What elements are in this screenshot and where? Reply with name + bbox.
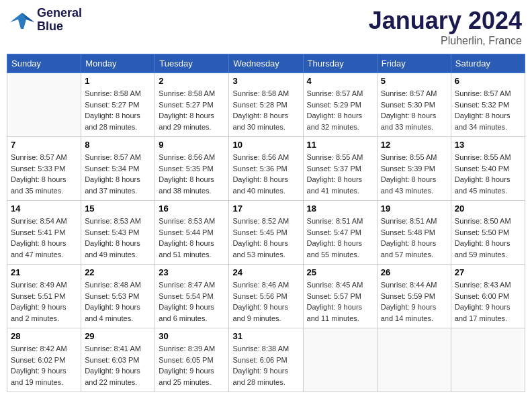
calendar-cell: 31Sunrise: 8:38 AMSunset: 6:06 PMDayligh… bbox=[229, 328, 303, 392]
calendar-week-row: 21Sunrise: 8:49 AMSunset: 5:51 PMDayligh… bbox=[7, 265, 525, 328]
day-info: Sunrise: 8:58 AMSunset: 5:28 PMDaylight:… bbox=[232, 88, 299, 132]
calendar-week-row: 7Sunrise: 8:57 AMSunset: 5:33 PMDaylight… bbox=[7, 137, 525, 201]
day-info: Sunrise: 8:57 AMSunset: 5:32 PMDaylight:… bbox=[455, 88, 521, 132]
day-number: 2 bbox=[159, 76, 225, 86]
calendar-cell: 16Sunrise: 8:53 AMSunset: 5:44 PMDayligh… bbox=[155, 201, 229, 265]
weekday-header: Thursday bbox=[303, 54, 377, 73]
calendar-cell: 28Sunrise: 8:42 AMSunset: 6:02 PMDayligh… bbox=[7, 328, 81, 392]
calendar-cell: 3Sunrise: 8:58 AMSunset: 5:28 PMDaylight… bbox=[229, 73, 303, 137]
calendar-cell: 15Sunrise: 8:53 AMSunset: 5:43 PMDayligh… bbox=[81, 201, 155, 265]
calendar-cell: 22Sunrise: 8:48 AMSunset: 5:53 PMDayligh… bbox=[81, 265, 155, 328]
calendar-cell: 8Sunrise: 8:57 AMSunset: 5:34 PMDaylight… bbox=[81, 137, 155, 201]
day-info: Sunrise: 8:55 AMSunset: 5:37 PMDaylight:… bbox=[307, 152, 373, 196]
calendar-cell bbox=[303, 328, 377, 392]
calendar-cell: 18Sunrise: 8:51 AMSunset: 5:47 PMDayligh… bbox=[303, 201, 377, 265]
day-number: 15 bbox=[85, 203, 151, 214]
day-number: 4 bbox=[307, 76, 373, 86]
day-number: 26 bbox=[381, 267, 447, 277]
day-number: 10 bbox=[232, 140, 299, 150]
day-info: Sunrise: 8:46 AMSunset: 5:56 PMDaylight:… bbox=[232, 279, 299, 324]
calendar-week-row: 28Sunrise: 8:42 AMSunset: 6:02 PMDayligh… bbox=[7, 328, 525, 392]
day-info: Sunrise: 8:50 AMSunset: 5:50 PMDaylight:… bbox=[455, 216, 521, 260]
day-number: 28 bbox=[11, 331, 77, 341]
day-number: 24 bbox=[232, 267, 299, 277]
calendar-cell: 23Sunrise: 8:47 AMSunset: 5:54 PMDayligh… bbox=[155, 265, 229, 328]
day-number: 27 bbox=[455, 267, 521, 277]
day-info: Sunrise: 8:47 AMSunset: 5:54 PMDaylight:… bbox=[159, 279, 225, 324]
day-info: Sunrise: 8:57 AMSunset: 5:29 PMDaylight:… bbox=[307, 88, 373, 132]
day-info: Sunrise: 8:53 AMSunset: 5:43 PMDaylight:… bbox=[85, 216, 151, 260]
weekday-header: Wednesday bbox=[229, 54, 303, 73]
location: Pluherlin, France bbox=[369, 35, 522, 47]
calendar-cell: 2Sunrise: 8:58 AMSunset: 5:27 PMDaylight… bbox=[155, 73, 229, 137]
calendar-cell: 17Sunrise: 8:52 AMSunset: 5:45 PMDayligh… bbox=[229, 201, 303, 265]
day-info: Sunrise: 8:54 AMSunset: 5:41 PMDaylight:… bbox=[11, 216, 77, 260]
calendar-cell: 12Sunrise: 8:55 AMSunset: 5:39 PMDayligh… bbox=[377, 137, 451, 201]
day-info: Sunrise: 8:58 AMSunset: 5:27 PMDaylight:… bbox=[85, 88, 151, 132]
day-number: 20 bbox=[455, 203, 521, 214]
day-number: 8 bbox=[85, 140, 151, 150]
day-info: Sunrise: 8:56 AMSunset: 5:36 PMDaylight:… bbox=[232, 152, 299, 196]
title-block: January 2024 Pluherlin, France bbox=[369, 7, 522, 47]
weekday-header: Saturday bbox=[451, 54, 525, 73]
calendar-cell: 20Sunrise: 8:50 AMSunset: 5:50 PMDayligh… bbox=[451, 201, 525, 265]
day-number: 22 bbox=[85, 267, 151, 277]
day-number: 30 bbox=[159, 331, 225, 341]
calendar-cell: 21Sunrise: 8:49 AMSunset: 5:51 PMDayligh… bbox=[7, 265, 81, 328]
month-title: January 2024 bbox=[369, 7, 522, 35]
day-info: Sunrise: 8:49 AMSunset: 5:51 PMDaylight:… bbox=[11, 279, 77, 324]
weekday-header: Sunday bbox=[7, 54, 81, 73]
calendar-table: SundayMondayTuesdayWednesdayThursdayFrid… bbox=[7, 54, 525, 392]
day-number: 18 bbox=[307, 203, 373, 214]
calendar-cell bbox=[377, 328, 451, 392]
day-info: Sunrise: 8:53 AMSunset: 5:44 PMDaylight:… bbox=[159, 216, 225, 260]
calendar-header-row: SundayMondayTuesdayWednesdayThursdayFrid… bbox=[7, 54, 525, 73]
calendar-cell: 11Sunrise: 8:55 AMSunset: 5:37 PMDayligh… bbox=[303, 137, 377, 201]
calendar-cell: 13Sunrise: 8:55 AMSunset: 5:40 PMDayligh… bbox=[451, 137, 525, 201]
day-info: Sunrise: 8:51 AMSunset: 5:47 PMDaylight:… bbox=[307, 216, 373, 260]
day-info: Sunrise: 8:38 AMSunset: 6:06 PMDaylight:… bbox=[232, 343, 299, 387]
logo: General Blue bbox=[10, 7, 82, 34]
calendar-cell: 7Sunrise: 8:57 AMSunset: 5:33 PMDaylight… bbox=[7, 137, 81, 201]
page-header: General Blue January 2024 Pluherlin, Fra… bbox=[7, 7, 525, 47]
weekday-header: Friday bbox=[377, 54, 451, 73]
weekday-header: Monday bbox=[81, 54, 155, 73]
day-number: 25 bbox=[307, 267, 373, 277]
calendar-week-row: 1Sunrise: 8:58 AMSunset: 5:27 PMDaylight… bbox=[7, 73, 525, 137]
day-info: Sunrise: 8:45 AMSunset: 5:57 PMDaylight:… bbox=[307, 279, 373, 324]
day-number: 7 bbox=[11, 140, 77, 150]
calendar-cell: 5Sunrise: 8:57 AMSunset: 5:30 PMDaylight… bbox=[377, 73, 451, 137]
day-info: Sunrise: 8:41 AMSunset: 6:03 PMDaylight:… bbox=[85, 343, 151, 387]
calendar-cell: 26Sunrise: 8:44 AMSunset: 5:59 PMDayligh… bbox=[377, 265, 451, 328]
day-number: 12 bbox=[381, 140, 447, 150]
day-info: Sunrise: 8:57 AMSunset: 5:33 PMDaylight:… bbox=[11, 152, 77, 196]
day-number: 17 bbox=[232, 203, 299, 214]
day-number: 16 bbox=[159, 203, 225, 214]
day-number: 14 bbox=[11, 203, 77, 214]
day-number: 21 bbox=[11, 267, 77, 277]
calendar-cell: 1Sunrise: 8:58 AMSunset: 5:27 PMDaylight… bbox=[81, 73, 155, 137]
day-info: Sunrise: 8:56 AMSunset: 5:35 PMDaylight:… bbox=[159, 152, 225, 196]
calendar-cell: 19Sunrise: 8:51 AMSunset: 5:48 PMDayligh… bbox=[377, 201, 451, 265]
day-number: 11 bbox=[307, 140, 373, 150]
day-number: 23 bbox=[159, 267, 225, 277]
calendar-cell: 24Sunrise: 8:46 AMSunset: 5:56 PMDayligh… bbox=[229, 265, 303, 328]
day-info: Sunrise: 8:51 AMSunset: 5:48 PMDaylight:… bbox=[381, 216, 447, 260]
logo-text: General Blue bbox=[37, 7, 82, 34]
day-info: Sunrise: 8:57 AMSunset: 5:30 PMDaylight:… bbox=[381, 88, 447, 132]
calendar-cell: 29Sunrise: 8:41 AMSunset: 6:03 PMDayligh… bbox=[81, 328, 155, 392]
day-number: 19 bbox=[381, 203, 447, 214]
weekday-header: Tuesday bbox=[155, 54, 229, 73]
day-number: 6 bbox=[455, 76, 521, 86]
day-info: Sunrise: 8:44 AMSunset: 5:59 PMDaylight:… bbox=[381, 279, 447, 324]
calendar-cell bbox=[451, 328, 525, 392]
calendar-cell bbox=[7, 73, 81, 137]
calendar-cell: 10Sunrise: 8:56 AMSunset: 5:36 PMDayligh… bbox=[229, 137, 303, 201]
day-number: 5 bbox=[381, 76, 447, 86]
day-info: Sunrise: 8:43 AMSunset: 6:00 PMDaylight:… bbox=[455, 279, 521, 324]
day-number: 13 bbox=[455, 140, 521, 150]
day-number: 31 bbox=[232, 331, 299, 341]
calendar-cell: 27Sunrise: 8:43 AMSunset: 6:00 PMDayligh… bbox=[451, 265, 525, 328]
day-number: 29 bbox=[85, 331, 151, 341]
calendar-cell: 30Sunrise: 8:39 AMSunset: 6:05 PMDayligh… bbox=[155, 328, 229, 392]
